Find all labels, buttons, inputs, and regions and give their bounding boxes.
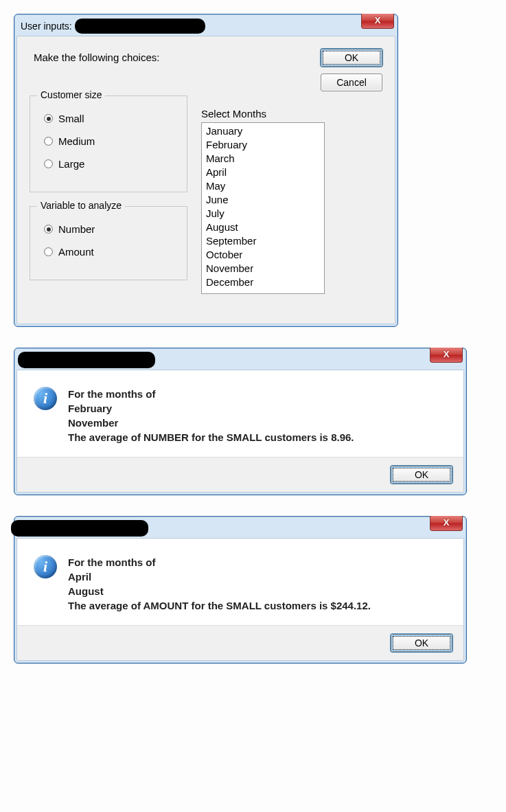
titlebar: User inputs: X — [16, 16, 395, 36]
dialog-body: i For the months of February November Th… — [16, 370, 464, 493]
close-button[interactable]: X — [430, 348, 463, 363]
list-item[interactable]: July — [206, 207, 320, 221]
user-inputs-dialog: User inputs: X Make the following choice… — [14, 14, 398, 327]
redacted-title — [11, 520, 148, 537]
list-item[interactable]: November — [206, 262, 320, 275]
info-icon: i — [34, 555, 57, 578]
radio-medium[interactable]: Medium — [44, 135, 177, 147]
list-item[interactable]: June — [206, 193, 320, 207]
radio-label: Medium — [58, 135, 95, 147]
close-button[interactable]: X — [361, 14, 394, 29]
title-text: User inputs: — [21, 21, 72, 32]
info-icon: i — [34, 387, 57, 410]
list-item[interactable]: August — [206, 221, 320, 234]
dialog-body: i For the months of April August The ave… — [16, 538, 464, 661]
close-icon: X — [444, 517, 450, 528]
radio-label: Amount — [58, 246, 94, 258]
customer-size-legend: Customer size — [37, 89, 105, 100]
redacted-title-portion — [75, 19, 205, 34]
redacted-title — [18, 352, 155, 368]
close-icon: X — [375, 15, 381, 25]
radio-amount[interactable]: Amount — [44, 246, 177, 258]
message-text: For the months of April August The avera… — [68, 555, 371, 613]
radio-label: Number — [58, 223, 95, 235]
radio-icon — [44, 137, 53, 146]
list-item[interactable]: March — [206, 152, 320, 166]
list-item[interactable]: February — [206, 138, 320, 152]
message-text: For the months of February November The … — [68, 387, 354, 444]
months-listbox[interactable]: January February March April May June Ju… — [201, 122, 325, 294]
radio-icon — [44, 247, 53, 256]
cancel-button[interactable]: Cancel — [321, 74, 382, 91]
prompt-text: Make the following choices: — [34, 52, 321, 63]
customer-size-group: Customer size Small Medium Large — [30, 95, 187, 192]
variable-group: Variable to analyze Number Amount — [30, 206, 187, 280]
result-dialog-2: X i For the months of April August The a… — [14, 516, 467, 664]
radio-number[interactable]: Number — [44, 223, 177, 235]
titlebar: X — [16, 519, 464, 538]
radio-icon — [44, 225, 53, 234]
close-icon: X — [444, 349, 450, 359]
radio-label: Small — [58, 113, 84, 124]
titlebar: X — [16, 350, 464, 370]
ok-button[interactable]: OK — [391, 466, 452, 484]
list-item[interactable]: April — [206, 166, 320, 179]
dialog-body: Make the following choices: OK Cancel Cu… — [16, 36, 395, 324]
close-button[interactable]: X — [430, 516, 463, 531]
list-item[interactable]: September — [206, 234, 320, 248]
radio-icon — [44, 114, 53, 123]
dialog-footer: OK — [17, 457, 463, 492]
list-item[interactable]: May — [206, 179, 320, 193]
result-dialog-1: X i For the months of February November … — [14, 348, 467, 495]
radio-label: Large — [58, 158, 84, 170]
list-item[interactable]: January — [206, 124, 320, 138]
variable-legend: Variable to analyze — [37, 200, 125, 211]
list-item[interactable]: December — [206, 275, 320, 289]
ok-button[interactable]: OK — [391, 634, 452, 652]
radio-icon — [44, 159, 53, 168]
radio-large[interactable]: Large — [44, 158, 177, 170]
list-item[interactable]: October — [206, 248, 320, 262]
radio-small[interactable]: Small — [44, 113, 177, 124]
months-label: Select Months — [201, 108, 382, 120]
ok-button[interactable]: OK — [321, 49, 382, 67]
dialog-footer: OK — [17, 625, 463, 660]
